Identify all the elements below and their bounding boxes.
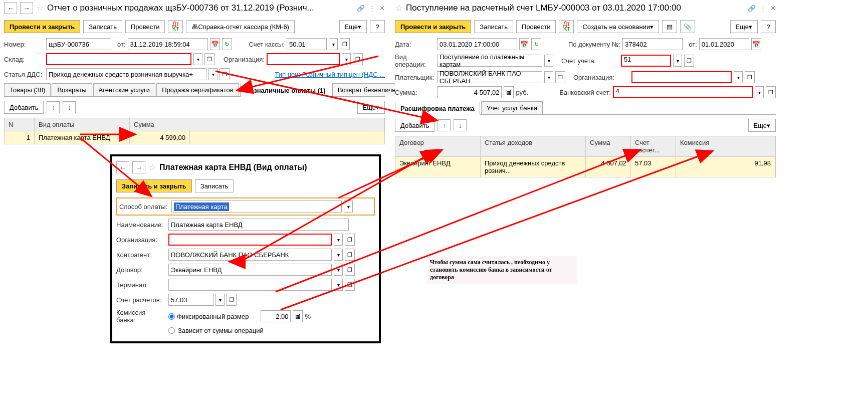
move-down-button[interactable]: ↓	[454, 119, 467, 131]
chevron-down-icon[interactable]: ▾	[673, 55, 682, 67]
dkkt-button[interactable]: ДтКт	[168, 20, 183, 33]
process-button[interactable]: Провести	[516, 20, 556, 33]
save-button[interactable]: Записать	[474, 20, 513, 33]
open-icon[interactable]: ❐	[340, 38, 350, 50]
dds-input[interactable]: Приход денежных средств розничная выручк…	[46, 68, 206, 80]
org-input[interactable]	[168, 234, 332, 246]
terminal-input[interactable]	[168, 279, 332, 291]
open-icon[interactable]: ❐	[220, 68, 230, 80]
chevron-down-icon[interactable]: ▾	[215, 294, 225, 306]
help-button[interactable]: ?	[761, 20, 776, 33]
open-icon[interactable]: ❐	[345, 264, 355, 276]
tab-noncash[interactable]: Безналичные оплаты (1)	[240, 84, 331, 97]
chevron-down-icon[interactable]: ▾	[329, 38, 338, 50]
chevron-down-icon[interactable]: ▾	[334, 279, 343, 291]
docnum-input[interactable]: 378402	[622, 38, 683, 50]
back-button[interactable]: ←	[4, 2, 17, 14]
move-down-button[interactable]: ↓	[63, 101, 76, 113]
calc-icon[interactable]: 🖩	[504, 86, 514, 98]
more-button[interactable]: Еще ▾	[357, 101, 385, 114]
menu-icon[interactable]: ⋮	[760, 5, 766, 12]
tab-cert[interactable]: Продажа сертификатов	[156, 83, 239, 96]
chevron-down-icon[interactable]: ▾	[208, 68, 218, 80]
open-icon[interactable]: ❐	[345, 234, 355, 246]
more-button[interactable]: Еще ▾	[339, 20, 367, 33]
refresh-icon[interactable]: ↻	[531, 38, 541, 50]
tab-agent[interactable]: Агентские услуги	[93, 83, 156, 96]
calendar-icon[interactable]: 📅	[519, 38, 529, 50]
calc-icon[interactable]: 🖩	[293, 310, 303, 322]
open-icon[interactable]: ❐	[227, 294, 237, 306]
calendar-icon[interactable]: 📅	[751, 38, 761, 50]
date-input[interactable]: 31.12.2019 18:59:04	[128, 38, 208, 50]
chevron-down-icon[interactable]: ▾	[734, 71, 743, 83]
star-icon[interactable]: ☆	[395, 3, 403, 14]
tab-bank-services[interactable]: Учет услуг банка	[481, 101, 543, 114]
name-input[interactable]: Платежная карта ЕНВД	[168, 219, 349, 231]
chevron-down-icon[interactable]: ▾	[334, 234, 343, 246]
refresh-icon[interactable]: ↻	[222, 38, 232, 50]
fromdate-input[interactable]: 01.01.2020	[699, 38, 749, 50]
contractor-input[interactable]: ПОВОЛЖСКИЙ БАНК ПАО СБЕРБАНК	[168, 249, 332, 261]
price-type-link[interactable]: Тип цен: Розничный тип цен (НДС ...	[275, 71, 385, 78]
menu-icon[interactable]: ⋮	[369, 5, 375, 12]
move-up-button[interactable]: ↑	[438, 119, 451, 131]
move-up-button[interactable]: ↑	[47, 101, 60, 113]
list-icon[interactable]: ▤	[662, 20, 677, 33]
radio-depends[interactable]	[168, 327, 175, 334]
attach-icon[interactable]: 📎	[680, 20, 695, 33]
process-close-button[interactable]: Провести и закрыть	[395, 20, 471, 33]
chevron-down-icon[interactable]: ▾	[193, 53, 202, 65]
tab-decode[interactable]: Расшифровка платежа	[395, 102, 480, 115]
forward-button[interactable]: →	[132, 161, 145, 173]
save-button[interactable]: Записать	[83, 20, 122, 33]
number-input[interactable]: щзБУ-000736	[46, 38, 111, 50]
more-button[interactable]: Еще ▾	[748, 119, 776, 132]
org-input[interactable]	[267, 53, 340, 65]
save-close-button[interactable]: Записать и закрыть	[116, 179, 192, 192]
chevron-down-icon[interactable]: ▾	[342, 53, 351, 65]
add-button[interactable]: Добавить	[4, 101, 44, 114]
open-icon[interactable]: ❐	[745, 71, 755, 83]
cash-account-input[interactable]: 50.01	[287, 38, 327, 50]
method-input[interactable]: Платежная карта	[171, 200, 342, 213]
chevron-down-icon[interactable]: ▾	[544, 71, 553, 83]
tab-returns[interactable]: Возвраты	[52, 83, 92, 96]
sum-input[interactable]: 4 507,02	[437, 86, 502, 98]
more-button[interactable]: Еще ▾	[730, 20, 758, 33]
help-button[interactable]: ?	[370, 20, 385, 33]
warehouse-input[interactable]	[46, 53, 191, 65]
dkkt-button[interactable]: ДтКт	[559, 20, 574, 33]
open-icon[interactable]: ❐	[555, 71, 565, 83]
close-icon[interactable]: ✕	[770, 5, 776, 12]
km6-button[interactable]: 🖶 Справка-отчет кассира (КМ-6)	[186, 20, 295, 33]
back-button[interactable]: ←	[116, 161, 129, 173]
table-row[interactable]: 1 Платежная карта ЕНВД 4 599,00	[5, 131, 384, 144]
date-input[interactable]: 03.01.2020 17:00:00	[437, 38, 517, 50]
process-button[interactable]: Провести	[125, 20, 165, 33]
chevron-down-icon[interactable]: ▾	[755, 86, 764, 98]
chevron-down-icon[interactable]: ▾	[334, 249, 343, 261]
radio-fixed[interactable]	[168, 313, 175, 320]
forward-button[interactable]: →	[20, 2, 33, 14]
optype-input[interactable]: Поступление по платежным картам	[437, 55, 542, 67]
bankacc-input[interactable]: 4	[613, 86, 753, 98]
close-icon[interactable]: ✕	[379, 5, 385, 12]
settlement-input[interactable]: 57.03	[168, 294, 213, 306]
create-based-button[interactable]: Создать на основании ▾	[577, 20, 659, 33]
contract-input[interactable]: Эквайринг ЕНВД	[168, 264, 332, 276]
chevron-down-icon[interactable]: ▾	[344, 200, 353, 213]
table-row[interactable]: Эквайринг ЕНВД Приход денежных средств р…	[395, 157, 775, 177]
link-icon[interactable]: 🔗	[357, 5, 365, 12]
open-icon[interactable]: ❐	[353, 53, 363, 65]
open-icon[interactable]: ❐	[684, 55, 694, 67]
add-button[interactable]: Добавить	[395, 119, 435, 132]
process-close-button[interactable]: Провести и закрыть	[4, 20, 80, 33]
save-button[interactable]: Записать	[195, 179, 234, 192]
chevron-down-icon[interactable]: ▾	[544, 55, 553, 67]
star-icon[interactable]: ☆	[36, 3, 44, 14]
open-icon[interactable]: ❐	[204, 53, 214, 65]
open-icon[interactable]: ❐	[766, 86, 776, 98]
link-icon[interactable]: 🔗	[748, 5, 756, 12]
comm-value-input[interactable]: 2,00	[261, 310, 291, 322]
